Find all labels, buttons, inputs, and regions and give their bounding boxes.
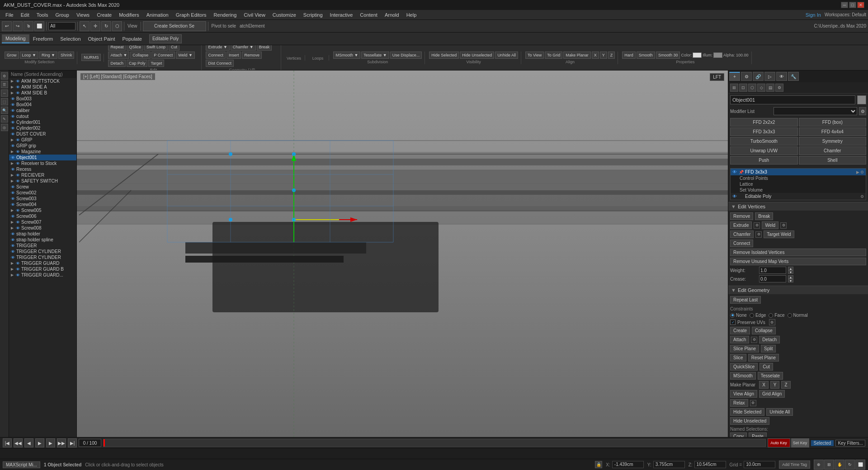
ribbon-weld-btn[interactable]: Weld ▼ [176, 52, 195, 59]
menu-arnold[interactable]: Arnold [381, 11, 403, 19]
ribbon-smooth-btn[interactable]: Smooth [637, 52, 655, 59]
eg-cut-btn[interactable]: Cut [760, 363, 773, 371]
ribbon-break-btn[interactable]: Break [257, 45, 272, 51]
tl-next-btn[interactable]: ▶▶ [57, 438, 66, 447]
chamfer-mod-btn[interactable]: Chamfer [799, 146, 867, 155]
scene-item-trigger-guard-b[interactable]: ▶ 👁 TRIGGER GUARD B [9, 266, 76, 272]
ribbon-to-grid-btn[interactable]: To Grid [545, 52, 562, 59]
ffd-2x2x2-btn[interactable]: FFD 2x2x2 [730, 118, 798, 127]
modifier-list-select[interactable] [774, 107, 857, 115]
menu-file[interactable]: File [2, 11, 17, 19]
eg-hide-unselected-btn[interactable]: Hide Unselected [730, 417, 769, 425]
color-swatch[interactable] [693, 52, 702, 58]
menu-modifiers[interactable]: Modifiers [115, 11, 143, 19]
ribbon-hard-btn[interactable]: Hard [622, 52, 636, 59]
menu-rendering[interactable]: Rendering [210, 11, 241, 19]
scene-item-caliber[interactable]: 👁 caliber [9, 108, 76, 113]
eg-slice-plane-btn[interactable]: Slice Plane [730, 345, 759, 352]
mod-expand-btn[interactable]: ▶ [856, 170, 859, 174]
cmd-tab-create[interactable]: + [729, 72, 740, 81]
ribbon-qslice-btn[interactable]: QSlice [127, 45, 143, 51]
eg-mp-z-btn[interactable]: Z [781, 381, 790, 389]
ribbon-detach-btn[interactable]: Detach [108, 60, 126, 67]
scene-item-dust-cover[interactable]: 👁 DUST COVER [9, 131, 76, 137]
scene-item-grip[interactable]: ▶ 👁 GRIP [9, 137, 76, 143]
crease-input[interactable] [759, 275, 786, 282]
ffd-3x3x3-btn[interactable]: FFD 3x3x3 [730, 127, 798, 136]
turbosmooth-btn[interactable]: TurboSmooth [730, 137, 798, 146]
cmd-tab-utilities[interactable]: 🔧 [788, 72, 799, 81]
scene-item-recess[interactable]: 👁 Recess [9, 166, 76, 172]
lp-btn-6[interactable]: ✎ [1, 115, 8, 122]
tl-prev-frame-btn[interactable]: ◀ [24, 438, 33, 447]
nav-zoom-btn[interactable]: ⊕ [814, 460, 824, 470]
eg-split-btn[interactable]: Split [761, 345, 776, 352]
tl-play-btn[interactable]: ▶ [35, 438, 44, 447]
maxscript-btn[interactable]: MAXScript Mi... [3, 461, 40, 468]
eg-mp-x-btn[interactable]: X [759, 381, 769, 389]
ribbon-dist-connect-btn[interactable]: Dist Connect [206, 60, 234, 67]
edit-vertices-header[interactable]: ▼ Edit Vertices [728, 202, 868, 211]
ribbon-smooth30-btn[interactable]: Smooth 30 [656, 52, 680, 59]
object-name-input[interactable] [730, 95, 855, 104]
object-color-swatch[interactable] [857, 95, 866, 104]
scene-item-grip-grip[interactable]: 👁 GRIP grip [9, 143, 76, 149]
minimize-button[interactable]: ─ [841, 2, 848, 8]
tl-end-btn[interactable]: ▶| [68, 438, 77, 447]
undo-btn[interactable]: ↩ [2, 21, 12, 31]
cmd-tab-motion[interactable]: ▷ [764, 72, 775, 81]
eg-mp-y-btn[interactable]: Y [770, 381, 780, 389]
weight-down[interactable]: ▼ [788, 270, 793, 274]
menu-group[interactable]: Group [52, 11, 73, 19]
tl-next-frame-btn[interactable]: ▶ [46, 438, 55, 447]
eg-attach-btn[interactable]: Attach [730, 336, 749, 343]
scene-item-box003[interactable]: 👁 Box003 [9, 96, 76, 102]
mod-settings-btn[interactable]: ⚙ [860, 170, 864, 174]
select-btn[interactable]: ↖ [80, 21, 90, 31]
illum-swatch[interactable] [713, 52, 722, 58]
ribbon-loop-btn[interactable]: Loop ▼ [20, 52, 38, 59]
ribbon-hide-unselected-btn[interactable]: Hide Unselected [460, 52, 494, 59]
mod-ep-settings[interactable]: ⚙ [860, 194, 864, 199]
scene-item-strap-holder-spline[interactable]: 👁 strap holder spline [9, 237, 76, 243]
scene-item-trigger-guard[interactable]: ▶ 👁 TRIGGER GUARD [9, 260, 76, 266]
auto-key-btn[interactable]: Auto Key [768, 438, 790, 447]
weight-input[interactable] [759, 267, 786, 274]
scene-item-trigger-cyl2[interactable]: 👁 TRIGGER CYLINDER [9, 254, 76, 260]
eg-grid-align-btn[interactable]: Grid Align [759, 390, 785, 398]
mod-ffd3x3x3[interactable]: 👁 📌 FFD 3x3x3 ▶ ⚙ [731, 169, 866, 175]
eg-hide-selected-btn[interactable]: Hide Selected [730, 408, 764, 416]
scene-item-object001[interactable]: 👁 Object001 [9, 155, 76, 160]
scene-item-magazine[interactable]: ▶ 👁 Magazine [9, 149, 76, 155]
symmetry-btn[interactable]: Symmetry [799, 137, 867, 146]
ribbon-remove-btn[interactable]: Remove [242, 52, 262, 59]
ev-weld-btn[interactable]: Weld [762, 221, 778, 229]
tab-populate[interactable]: Populate [118, 35, 145, 43]
menu-civil-view[interactable]: Civil View [240, 11, 269, 19]
menu-create[interactable]: Create [93, 11, 115, 19]
preserve-uvs-settings[interactable]: ⚙ [769, 319, 775, 325]
ffd-box-btn[interactable]: FFD (box) [799, 118, 867, 127]
panel-icon-3[interactable]: ⬡ [748, 84, 756, 92]
ev-remove-isolated-btn[interactable]: Remove Isolated Vertices [730, 249, 866, 256]
scene-item-akm-buttstock[interactable]: ▶ 👁 AKM BUTTSTOCK [9, 78, 76, 84]
ev-weld-settings[interactable]: ⚙ [780, 222, 787, 229]
lp-btn-5[interactable]: 🔍 [1, 107, 8, 114]
ribbon-ring-btn[interactable]: Ring ▼ [39, 52, 57, 59]
redo-btn[interactable]: ↪ [13, 21, 23, 31]
mod-editable-poly[interactable]: 👁 Editable Poly ⚙ [731, 193, 866, 200]
rotate-btn[interactable]: ↻ [101, 21, 111, 31]
nav-orbit-btn[interactable]: ↻ [845, 460, 855, 470]
set-key-btn[interactable]: Set Key [791, 438, 809, 447]
ribbon-connect-btn[interactable]: Connect [206, 52, 226, 59]
add-time-tag-btn[interactable]: Add Time Tag [779, 461, 810, 469]
scene-item-safety-switch[interactable]: ▶ 👁 SAFETY SWITCH [9, 178, 76, 184]
ribbon-y-btn[interactable]: Y [600, 52, 607, 59]
ribbon-chamfer-btn[interactable]: Chamfer ▼ [231, 45, 256, 51]
menu-scripting[interactable]: Scripting [300, 11, 326, 19]
tab-object-paint[interactable]: Object Paint [85, 35, 119, 43]
panel-icon-6[interactable]: ⚙ [775, 84, 783, 92]
unwrap-uvw-btn[interactable]: Unwrap UVW [730, 146, 798, 155]
nav-zoom-all-btn[interactable]: ⊞ [824, 460, 834, 470]
eg-attach-settings[interactable]: ⚙ [751, 337, 757, 343]
